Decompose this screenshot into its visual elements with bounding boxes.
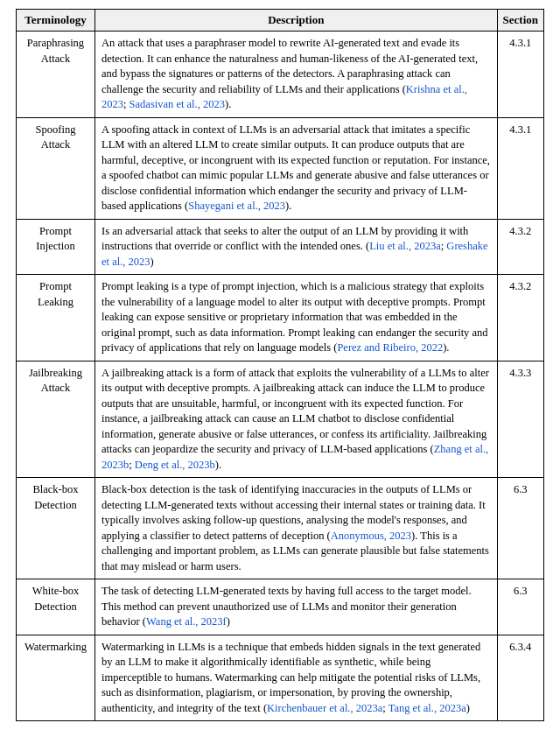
term-cell: Watermarking bbox=[17, 635, 95, 721]
description-cell: The task of detecting LLM-generated text… bbox=[95, 579, 498, 635]
table-row: White-box DetectionThe task of detecting… bbox=[17, 579, 544, 635]
table-row: Jailbreaking AttackA jailbreaking attack… bbox=[17, 361, 544, 478]
term-cell: Prompt Leaking bbox=[17, 275, 95, 361]
table-row: Prompt InjectionIs an adversarial attack… bbox=[17, 219, 544, 275]
term-cell: Prompt Injection bbox=[17, 219, 95, 275]
col-header-terminology: Terminology bbox=[17, 10, 95, 32]
section-cell: 6.3 bbox=[497, 579, 543, 635]
description-cell: Black-box detection is the task of ident… bbox=[95, 478, 498, 579]
section-cell: 4.3.2 bbox=[497, 275, 543, 361]
table-row: WatermarkingWatermarking in LLMs is a te… bbox=[17, 635, 544, 721]
description-cell: Is an adversarial attack that seeks to a… bbox=[95, 219, 498, 275]
citation-link[interactable]: Deng et al., 2023b bbox=[135, 459, 215, 471]
table-row: Spoofing AttackA spoofing attack in cont… bbox=[17, 117, 544, 219]
col-header-description: Description bbox=[95, 10, 498, 32]
description-cell: Prompt leaking is a type of prompt injec… bbox=[95, 275, 498, 361]
section-cell: 4.3.2 bbox=[497, 219, 543, 275]
term-cell: Paraphrasing Attack bbox=[17, 32, 95, 118]
citation-link[interactable]: Tang et al., 2023a bbox=[388, 702, 466, 714]
citation-link[interactable]: Kirchenbauer et al., 2023a bbox=[267, 702, 382, 714]
table-row: Prompt LeakingPrompt leaking is a type o… bbox=[17, 275, 544, 361]
description-cell: An attack that uses a paraphraser model … bbox=[95, 32, 498, 118]
citation-link[interactable]: Shayegani et al., 2023 bbox=[188, 200, 285, 212]
term-cell: White-box Detection bbox=[17, 579, 95, 635]
table-row: Black-box DetectionBlack-box detection i… bbox=[17, 478, 544, 579]
citation-link[interactable]: Sadasivan et al., 2023 bbox=[130, 98, 225, 110]
section-cell: 6.3 bbox=[497, 478, 543, 579]
section-cell: 6.3.4 bbox=[497, 635, 543, 721]
citation-link[interactable]: Perez and Ribeiro, 2022 bbox=[337, 341, 443, 354]
section-cell: 4.3.1 bbox=[497, 32, 543, 118]
section-cell: 4.3.3 bbox=[497, 361, 543, 478]
glossary-table: Terminology Description Section Paraphra… bbox=[16, 9, 544, 721]
citation-link[interactable]: Wang et al., 2023f bbox=[146, 615, 227, 628]
description-cell: Watermarking in LLMs is a technique that… bbox=[95, 635, 498, 721]
description-cell: A spoofing attack in context of LLMs is … bbox=[95, 117, 498, 219]
description-cell: A jailbreaking attack is a form of attac… bbox=[95, 361, 498, 478]
term-cell: Black-box Detection bbox=[17, 478, 95, 579]
section-cell: 4.3.1 bbox=[497, 117, 543, 219]
citation-link[interactable]: Anonymous, 2023 bbox=[331, 530, 411, 542]
term-cell: Spoofing Attack bbox=[17, 117, 95, 219]
term-cell: Jailbreaking Attack bbox=[17, 361, 95, 478]
table-row: Paraphrasing AttackAn attack that uses a… bbox=[17, 32, 544, 118]
col-header-section: Section bbox=[497, 10, 543, 32]
citation-link[interactable]: Liu et al., 2023a bbox=[369, 240, 441, 252]
